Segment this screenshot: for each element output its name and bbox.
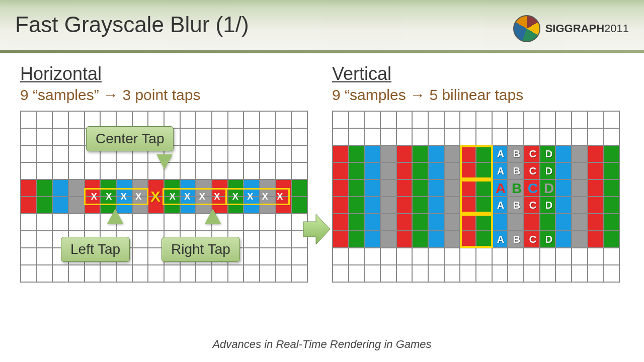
globe-icon	[513, 15, 540, 42]
left-heading: Horizontal	[20, 63, 312, 84]
abcd-row: ABCD	[493, 231, 557, 248]
slide-title: Fast Grayscale Blur (1/)	[15, 12, 249, 37]
x-tap-row: XXXX X XXXX XXXX	[84, 188, 290, 205]
right-column: Vertical 9 “samples → 5 bilinear taps AB…	[332, 63, 624, 283]
right-heading: Vertical	[332, 63, 624, 84]
slide-header: Fast Grayscale Blur (1/) SIGGRAPH2011	[0, 0, 644, 53]
left-grid: Center Tap XXXX X XXXX XXXX Left Tap Rig…	[20, 111, 308, 283]
logo-text: SIGGRAPH2011	[545, 22, 629, 35]
abcd-row: ABCD	[493, 145, 557, 162]
arrow-down-icon	[156, 154, 173, 169]
lower-tap-box	[460, 214, 493, 248]
mid-tap-box: XXXX	[163, 188, 227, 205]
right-subtext: 9 “samples → 5 bilinear taps	[332, 86, 624, 104]
slide-body: Horizontal 9 “samples” → 3 point taps Ce…	[0, 53, 644, 293]
right-grid: ABCD ABCD ABCD ABCD ABCD	[332, 111, 620, 283]
logo-name: SIGGRAPH	[545, 22, 604, 35]
right-tap-callout: Right Tap	[162, 237, 240, 262]
center-tap-callout: Center Tap	[86, 126, 174, 151]
abcd-row: ABCD	[493, 162, 557, 179]
arrow-up-icon	[205, 209, 221, 224]
left-tap-callout: Left Tap	[61, 237, 130, 262]
arrow-right-icon	[301, 209, 331, 249]
logo-year: 2011	[604, 22, 629, 35]
left-subtext: 9 “samples” → 3 point taps	[20, 86, 312, 104]
abcd-row: ABCD	[493, 197, 557, 214]
upper-tap-box	[460, 179, 493, 214]
abcd-center-row: ABCD	[493, 180, 557, 197]
center-x: X	[148, 188, 163, 205]
arrow-up-icon	[107, 209, 123, 224]
top-tap-box	[460, 145, 493, 179]
left-column: Horizontal 9 “samples” → 3 point taps Ce…	[20, 63, 312, 283]
left-tap-box: XXXX	[84, 188, 148, 205]
right-tap-box: XXXX	[225, 188, 290, 205]
svg-marker-0	[303, 214, 330, 244]
siggraph-logo: SIGGRAPH2011	[513, 15, 629, 42]
abcd-labels: ABCD ABCD ABCD ABCD	[493, 145, 557, 248]
slide-footer: Advances in Real-Time Rendering in Games	[0, 338, 644, 351]
